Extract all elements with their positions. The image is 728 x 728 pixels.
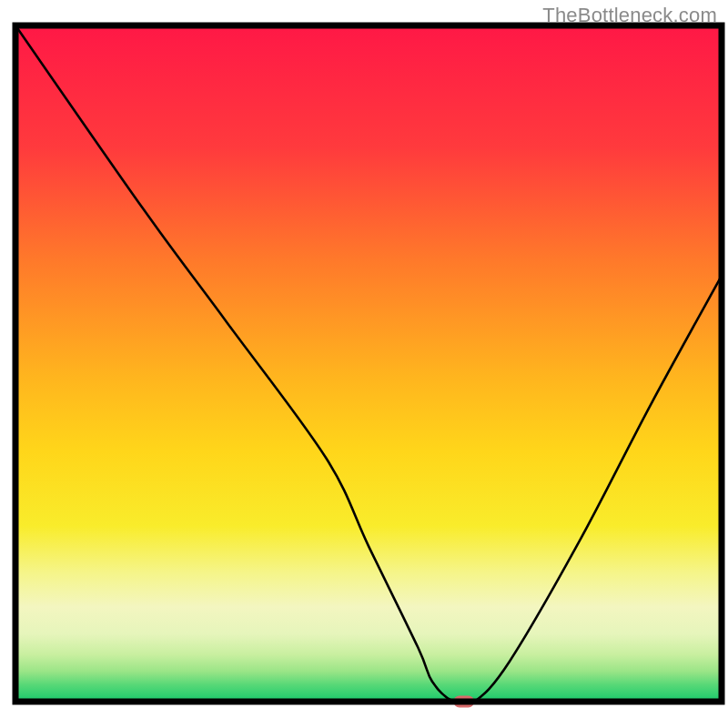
chart-container: { "watermark": "TheBottleneck.com", "cha… [0,0,728,728]
bottleneck-chart [0,0,728,728]
watermark-text: TheBottleneck.com [542,4,717,27]
plot-background [15,25,722,702]
